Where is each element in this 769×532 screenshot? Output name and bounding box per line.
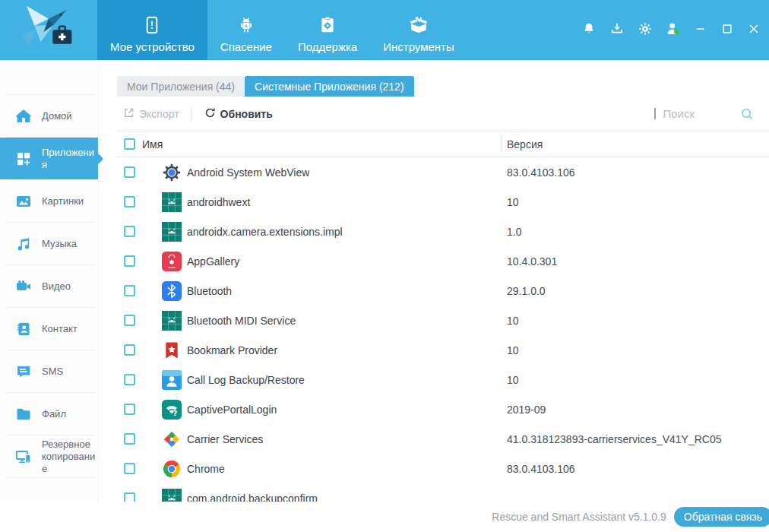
row-checkbox[interactable] [124, 315, 135, 326]
table-row[interactable]: androidhwext10 [117, 187, 769, 217]
app-name: Android System WebView [187, 166, 309, 179]
row-checkbox[interactable] [124, 404, 135, 415]
row-checkbox[interactable] [124, 166, 135, 178]
name-cell: AppGallery [142, 252, 497, 271]
android-teal-app-icon [162, 311, 182, 331]
search-box[interactable]: Поиск [654, 107, 754, 121]
app-version: 10.4.0.301 [497, 255, 557, 268]
sidebar-item-music[interactable]: Музыка [0, 223, 98, 264]
nav-item-tools[interactable]: Инструменты [370, 0, 467, 60]
sidebar-spacer [0, 60, 98, 94]
table-row[interactable]: Bluetooth MIDI Service10 [117, 306, 769, 335]
clipboard-gear-icon [318, 13, 337, 37]
app-version: 83.0.4103.106 [497, 463, 575, 475]
gear-icon [638, 21, 653, 40]
table-row[interactable]: ?CaptivePortalLogin2019-09 [117, 394, 769, 424]
search-icon[interactable] [740, 107, 754, 121]
sidebar-item-label: Резервное копирование [42, 439, 97, 475]
export-button[interactable]: Экспорт [123, 107, 179, 121]
chrome-app-icon [162, 459, 182, 479]
column-divider [502, 135, 502, 154]
app-version: 2019-09 [497, 404, 546, 416]
sidebar-item-contact[interactable]: Контакт [0, 308, 98, 350]
close-icon [747, 22, 761, 39]
feedback-button[interactable]: Обратная связь [674, 507, 769, 527]
bell-icon [581, 21, 597, 40]
row-checkbox[interactable] [124, 374, 135, 385]
sidebar-separator [6, 477, 95, 478]
app-version: 29.1.0.0 [497, 285, 546, 297]
sidebar-item-label: SMS [42, 366, 97, 378]
row-checkbox[interactable] [124, 285, 135, 296]
svg-text:?: ? [173, 408, 178, 416]
minimize-icon [694, 22, 707, 39]
app-header: Мое устройствоСпасениеПоддержкаИнструмен… [0, 0, 769, 60]
table-row[interactable]: AppGallery10.4.0.301 [117, 246, 769, 276]
row-checkbox[interactable] [124, 226, 135, 237]
sidebar-item-home[interactable]: Домой [0, 95, 98, 137]
row-checkbox[interactable] [124, 492, 135, 502]
row-checkbox[interactable] [124, 255, 135, 267]
app-name: CaptivePortalLogin [187, 404, 277, 416]
android-teal-app-icon [162, 192, 182, 212]
refresh-icon [204, 107, 216, 121]
sidebar-item-sms[interactable]: SMS [0, 350, 98, 392]
table-row[interactable]: Carrier Services41.0.318123893-carrierse… [117, 424, 769, 454]
export-label: Экспорт [139, 108, 179, 120]
select-all-checkbox[interactable] [124, 138, 135, 150]
name-cell: ?CaptivePortalLogin [142, 400, 497, 420]
table-row[interactable]: Bookmark Provider10 [117, 335, 769, 365]
row-checkbox[interactable] [124, 433, 135, 445]
sidebar-item-folder[interactable]: Файл [0, 393, 98, 435]
name-cell: androidhwext [142, 192, 497, 212]
refresh-button[interactable]: Обновить [204, 107, 273, 121]
minimize-button[interactable] [693, 23, 708, 38]
android-teal-app-icon [162, 489, 182, 502]
name-cell: Carrier Services [142, 429, 497, 449]
contact-icon [14, 320, 33, 338]
table-row[interactable]: androidx.camera.extensions.impl1.0 [117, 217, 769, 246]
app-name: androidhwext [187, 196, 250, 208]
row-checkbox[interactable] [124, 344, 135, 356]
row-checkbox[interactable] [124, 196, 135, 207]
toolbox-icon [408, 13, 429, 37]
app-version: 83.0.4103.106 [497, 166, 575, 179]
row-checkbox[interactable] [124, 463, 135, 474]
download-button[interactable] [609, 22, 625, 39]
sidebar-item-apps[interactable]: Приложения [0, 138, 98, 179]
search-cursor [654, 108, 656, 119]
table-row[interactable]: Call Log Backup/Restore10 [117, 365, 769, 394]
nav-label: Мое устройство [110, 40, 195, 53]
sidebar-item-label: Видео [42, 280, 97, 293]
sidebar-item-label: Приложения [42, 147, 97, 171]
table-row[interactable]: Chrome83.0.4103.106 [117, 454, 769, 483]
app-name: Bookmark Provider [187, 344, 277, 356]
tab-my-apps[interactable]: Мои Приложения (44) [117, 76, 245, 97]
nav-item-rescue[interactable]: Спасение [207, 0, 285, 60]
name-cell: Bluetooth MIDI Service [142, 311, 497, 331]
app-table: Android System WebView83.0.4103.106andro… [117, 157, 769, 502]
table-row[interactable]: Bluetooth29.1.0.0 [117, 276, 769, 306]
sidebar-item-backup[interactable]: Резервное копирование [0, 435, 98, 477]
app-name: Chrome [187, 463, 225, 475]
close-button[interactable] [746, 23, 761, 38]
sidebar: ДомойПриложенияКартинкиМузыкаВидеоКонтак… [0, 60, 99, 502]
music-icon [14, 235, 33, 253]
sidebar-item-video[interactable]: Видео [0, 265, 98, 307]
table-row[interactable]: Android System WebView83.0.4103.106 [117, 157, 769, 187]
sms-icon [14, 363, 33, 381]
app-logo [0, 0, 97, 60]
nav-item-support[interactable]: Поддержка [285, 0, 370, 60]
main-content: Мои Приложения (44)Системные Приложения … [99, 60, 769, 502]
sidebar-item-pictures[interactable]: Картинки [0, 180, 98, 222]
tab-system-apps[interactable]: Системные Приложения (212) [245, 76, 414, 97]
maximize-button[interactable] [720, 23, 735, 38]
content-tabs: Мои Приложения (44)Системные Приложения … [117, 76, 769, 97]
android-robot-icon [236, 13, 256, 37]
account-button[interactable] [665, 22, 682, 39]
table-row[interactable]: com.android.backupconfirm [117, 483, 769, 502]
nav-item-my-device[interactable]: Мое устройство [97, 0, 207, 60]
name-cell: Chrome [142, 459, 497, 479]
notifications-button[interactable] [581, 22, 597, 39]
settings-button[interactable] [637, 22, 653, 39]
